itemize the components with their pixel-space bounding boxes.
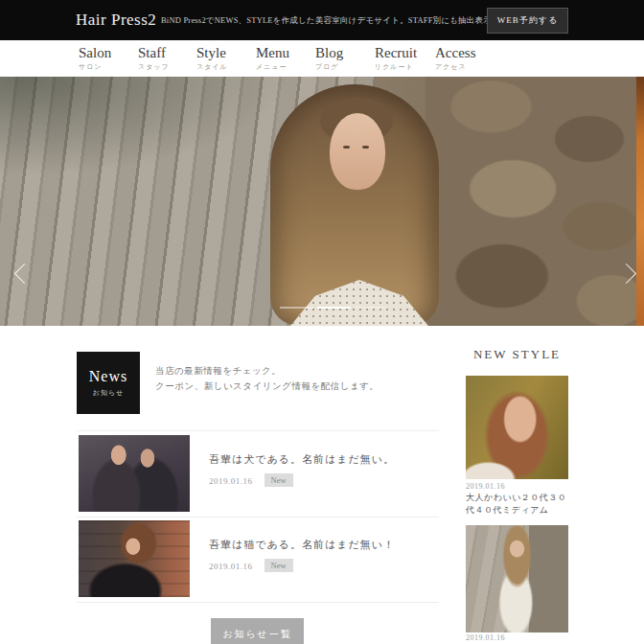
main-nav: Salon サロン Staff スタッフ Style スタイル Menu メニュ… — [0, 40, 644, 77]
nav-sublabel: リクルート — [375, 62, 417, 72]
style-photo[interactable] — [466, 376, 568, 479]
model-face — [330, 113, 385, 190]
news-section-badge: News お知らせ — [77, 352, 140, 414]
nav-label: Menu — [256, 45, 289, 61]
nav-sublabel: アクセス — [435, 62, 475, 72]
model-eye — [343, 146, 350, 149]
news-item-thumbnail — [79, 435, 190, 512]
nav-item-blog[interactable]: Blog ブログ — [315, 45, 343, 72]
style-caption[interactable]: 大人かわいい２０代３０代４０代ミディアム — [466, 492, 575, 516]
nav-item-salon[interactable]: Salon サロン — [79, 45, 111, 72]
news-item-thumbnail — [79, 520, 190, 597]
chevron-left-icon — [13, 263, 34, 283]
prev-slide-button[interactable] — [8, 254, 40, 292]
site-header: Hair Press2 BiND Press2でNEWS、STYLEを作成した美… — [0, 0, 644, 40]
news-description: 当店の最新情報をチェック。 クーポン、新しいスタイリング情報を配信します。 — [155, 364, 379, 394]
nav-label: Blog — [315, 45, 343, 61]
nav-item-menu[interactable]: Menu メニュー — [256, 45, 289, 72]
news-title-ja: お知らせ — [77, 388, 140, 398]
model-eye — [362, 146, 369, 149]
style-photo[interactable] — [466, 525, 568, 632]
nav-sublabel: サロン — [79, 62, 111, 72]
nav-item-style[interactable]: Style スタイル — [196, 45, 228, 72]
nav-sublabel: スタッフ — [138, 62, 170, 72]
nav-sublabel: ブログ — [315, 62, 343, 72]
news-item-date: 2019.01.16 — [209, 476, 253, 486]
nav-label: Recruit — [375, 45, 417, 61]
news-item[interactable]: 吾輩は犬である。名前はまだ無い。 2019.01.16 New — [77, 430, 439, 518]
new-style-title: NEW STYLE — [466, 347, 568, 362]
pagination-bar-active[interactable] — [317, 307, 351, 309]
nav-label: Style — [196, 45, 228, 61]
news-item-title: 吾輩は犬である。名前はまだ無い。 — [209, 452, 395, 467]
next-slide-button[interactable] — [610, 254, 642, 292]
hero-slider — [0, 77, 644, 326]
pagination-bar[interactable] — [280, 307, 313, 309]
pagination-bar[interactable] — [355, 307, 386, 309]
hero-shade — [0, 77, 289, 176]
style-date: 2019.01.16 — [466, 633, 505, 642]
news-description-line1: 当店の最新情報をチェック。 — [155, 364, 379, 380]
site-logo[interactable]: Hair Press2 — [76, 11, 156, 30]
nav-sublabel: メニュー — [256, 62, 289, 72]
style-date: 2019.01.16 — [466, 482, 505, 491]
new-badge: New — [264, 559, 293, 572]
nav-label: Staff — [138, 45, 170, 61]
hero-slide-image — [0, 77, 644, 326]
web-reserve-button[interactable]: WEB予約する — [487, 8, 568, 34]
nav-sublabel: スタイル — [196, 62, 228, 72]
nav-item-access[interactable]: Access アクセス — [435, 45, 475, 72]
news-title-en: News — [77, 368, 140, 385]
news-list-button[interactable]: お知らせ一覧 — [211, 618, 304, 644]
nav-item-recruit[interactable]: Recruit リクルート — [375, 45, 417, 72]
new-badge: New — [264, 473, 293, 487]
news-item-title: 吾輩は猫である。名前はまだ無い！ — [209, 538, 395, 552]
nav-label: Access — [435, 45, 475, 61]
news-item[interactable]: 吾輩は猫である。名前はまだ無い！ 2019.01.16 New — [77, 517, 439, 603]
news-description-line2: クーポン、新しいスタイリング情報を配信します。 — [155, 380, 379, 395]
news-item-date: 2019.01.16 — [209, 562, 253, 571]
chevron-right-icon — [615, 263, 635, 283]
nav-item-staff[interactable]: Staff スタッフ — [138, 45, 170, 72]
nav-label: Salon — [79, 45, 111, 61]
